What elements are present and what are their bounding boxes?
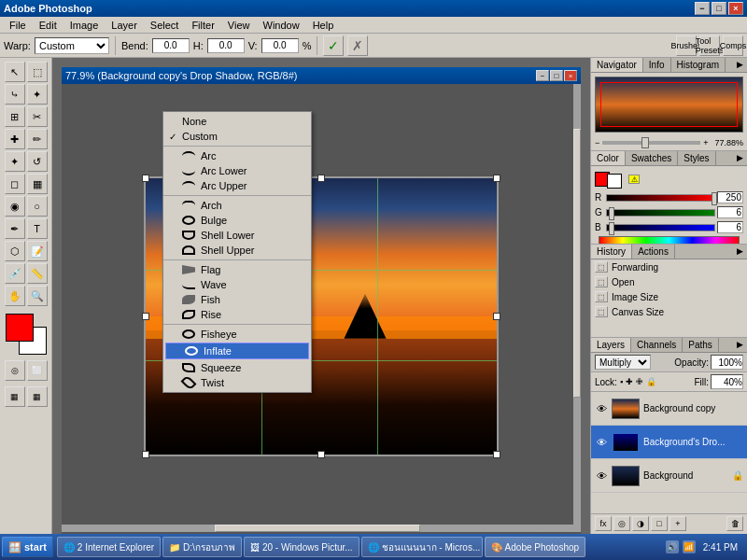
bg-color-swatch[interactable] <box>607 174 622 189</box>
grid-btn-2[interactable]: ▦ <box>27 386 48 407</box>
handle-tr[interactable] <box>493 175 500 182</box>
crop-tool[interactable]: ⊞ <box>5 106 25 127</box>
opacity-input[interactable] <box>711 355 743 370</box>
layer-vis-background-copy[interactable]: 👁 <box>595 402 608 415</box>
dropdown-arc-upper[interactable]: Arc Upper <box>163 178 311 193</box>
menu-select[interactable]: Select <box>145 19 185 32</box>
dropdown-inflate[interactable]: Inflate <box>165 343 309 359</box>
tab-actions[interactable]: Actions <box>632 245 675 259</box>
menu-edit[interactable]: Edit <box>34 19 63 32</box>
taskbar-folder[interactable]: 📁 D:\กรอบภาพ <box>162 537 242 557</box>
color-warning-icon[interactable]: ⚠ <box>628 175 640 184</box>
dropdown-twist[interactable]: Twist <box>163 375 311 390</box>
brush-presets-button[interactable]: Brushes <box>676 35 697 56</box>
warp-select[interactable]: Custom <box>35 37 109 54</box>
notes-tool[interactable]: 📝 <box>27 241 48 261</box>
b-slider-thumb[interactable] <box>609 222 614 235</box>
handle-mr[interactable] <box>493 313 500 320</box>
zoom-out-icon[interactable]: − <box>595 138 599 147</box>
vertical-scrollbar-thumb[interactable] <box>573 129 581 398</box>
history-brush-tool[interactable]: ↺ <box>27 151 48 172</box>
inner-close[interactable]: × <box>564 70 577 81</box>
g-slider-thumb[interactable] <box>609 207 614 220</box>
history-item-open[interactable]: ⬚ Open <box>591 274 747 289</box>
marquee-tool[interactable]: ⬚ <box>27 62 48 82</box>
handle-ml[interactable] <box>142 313 149 320</box>
layer-vis-drop-shadow[interactable]: 👁 <box>595 436 608 449</box>
move-tool[interactable]: ↖ <box>5 62 25 82</box>
layers-menu-arrow[interactable]: ▶ <box>733 338 747 352</box>
dropdown-bulge[interactable]: Bulge <box>163 213 311 228</box>
lock-position-icon[interactable]: ✙ <box>636 377 643 386</box>
handle-tm[interactable] <box>317 175 325 182</box>
layer-adjustment-button[interactable]: ◑ <box>632 516 649 531</box>
tab-paths[interactable]: Paths <box>683 338 719 352</box>
dropdown-arch[interactable]: Arch <box>163 198 311 213</box>
taskbar-ie2[interactable]: 🌐 ชอนแนนนาก - Micros... <box>361 537 483 557</box>
tab-histogram[interactable]: Histogram <box>671 58 726 72</box>
layer-vis-background[interactable]: 👁 <box>595 469 608 483</box>
tool-presets-button[interactable]: Tool Presets <box>699 35 720 56</box>
taskbar-photoshop[interactable]: 🎨 Adobe Photoshop <box>485 537 586 557</box>
dropdown-shell-lower[interactable]: Shell Lower <box>163 228 311 243</box>
dropdown-shell-upper[interactable]: Shell Upper <box>163 243 311 258</box>
menu-window[interactable]: Window <box>258 19 305 32</box>
horizontal-scrollbar[interactable] <box>62 525 573 532</box>
layer-delete-button[interactable]: 🗑 <box>726 516 743 531</box>
zoom-tool[interactable]: 🔍 <box>27 286 48 306</box>
layer-background-copy[interactable]: 👁 Background copy <box>591 392 747 426</box>
tab-history[interactable]: History <box>591 245 632 259</box>
blur-tool[interactable]: ◉ <box>5 196 25 217</box>
fill-input[interactable] <box>711 374 743 389</box>
dropdown-rise[interactable]: Rise <box>163 307 311 322</box>
h-input[interactable] <box>207 38 245 53</box>
pen-tool[interactable]: ✒ <box>5 218 25 239</box>
eyedropper-tool[interactable]: 💉 <box>5 263 25 284</box>
tab-channels[interactable]: Channels <box>631 338 683 352</box>
navigator-menu-arrow[interactable]: ▶ <box>733 58 747 72</box>
history-item-image-size[interactable]: ⬚ Image Size <box>591 289 747 304</box>
brush-tool[interactable]: ✏ <box>27 129 48 149</box>
dropdown-arc[interactable]: Arc <box>163 148 311 163</box>
comps-button[interactable]: Comps <box>723 35 743 56</box>
minimize-button[interactable]: − <box>695 2 710 15</box>
dropdown-none[interactable]: None <box>163 114 311 129</box>
zoom-slider-thumb[interactable] <box>641 137 649 148</box>
stamp-tool[interactable]: ✦ <box>5 151 25 172</box>
g-slider[interactable] <box>606 209 715 217</box>
lock-image-icon[interactable]: ✚ <box>626 377 633 386</box>
menu-help[interactable]: Help <box>307 19 340 32</box>
blend-mode-select[interactable]: Multiply <box>595 355 651 370</box>
inner-minimize[interactable]: − <box>536 70 549 81</box>
cancel-button[interactable]: ✗ <box>347 35 368 56</box>
quick-mask-button[interactable]: ◎ <box>5 360 25 381</box>
dropdown-wave[interactable]: Wave <box>163 277 311 292</box>
history-menu-arrow[interactable]: ▶ <box>733 245 747 259</box>
tab-swatches[interactable]: Swatches <box>626 151 678 165</box>
history-item-canvas-size[interactable]: ⬚ Canvas Size <box>591 304 747 319</box>
foreground-color[interactable] <box>6 314 34 342</box>
dropdown-fish[interactable]: Fish <box>163 292 311 307</box>
vertical-scrollbar[interactable] <box>573 84 581 532</box>
tab-info[interactable]: Info <box>643 58 671 72</box>
screen-mode-button[interactable]: ⬜ <box>27 360 48 381</box>
lock-transparent-icon[interactable]: ▪ <box>620 377 623 386</box>
tab-styles[interactable]: Styles <box>678 151 715 165</box>
gradient-tool[interactable]: ▦ <box>27 174 48 194</box>
measure-tool[interactable]: 📏 <box>27 263 48 284</box>
v-input[interactable] <box>261 38 299 53</box>
inner-maximize[interactable]: □ <box>550 70 563 81</box>
layer-group-button[interactable]: □ <box>651 516 668 531</box>
dropdown-flag[interactable]: Flag <box>163 262 311 277</box>
lasso-tool[interactable]: ⤷ <box>5 84 25 105</box>
dropdown-squeeze[interactable]: Squeeze <box>163 360 311 375</box>
handle-bm[interactable] <box>317 451 325 458</box>
menu-view[interactable]: View <box>222 19 256 32</box>
horizontal-scrollbar-thumb[interactable] <box>215 525 419 532</box>
taskbar-pictures[interactable]: 🖼 20 - Windows Pictur... <box>244 537 359 557</box>
tab-color[interactable]: Color <box>591 151 626 165</box>
handle-br[interactable] <box>493 451 500 458</box>
dropdown-custom[interactable]: Custom <box>163 129 311 144</box>
r-slider[interactable] <box>606 194 715 202</box>
dodge-tool[interactable]: ○ <box>27 196 48 217</box>
